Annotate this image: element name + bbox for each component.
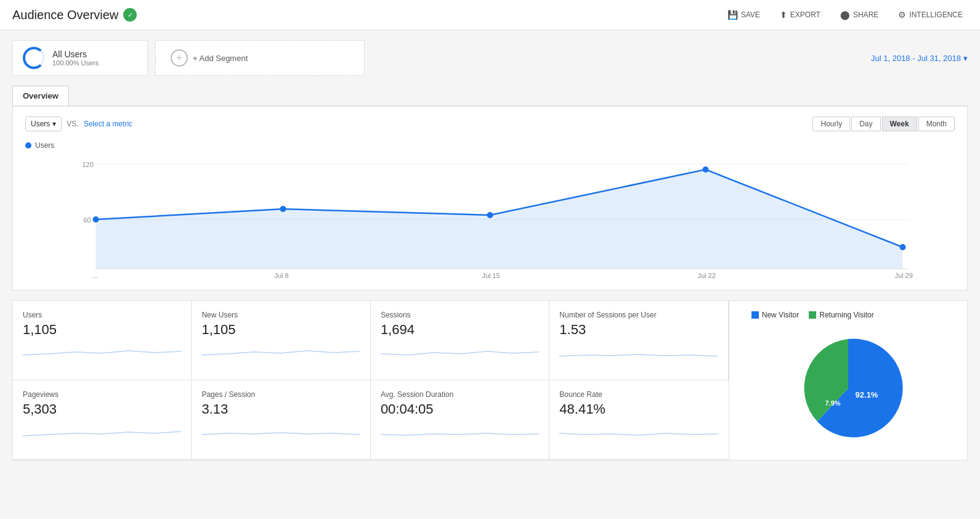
save-label: SAVE (741, 10, 760, 19)
segment-donut-icon (23, 47, 45, 69)
data-point-4 (703, 166, 709, 173)
add-segment-icon: + (171, 49, 188, 67)
chart-area-fill (96, 170, 903, 269)
tab-bar: Overview (12, 86, 968, 107)
segments-bar: All Users 100.00% Users + + Add Segment … (12, 40, 968, 76)
line-chart: 120 60 ... Jul 8 Jul 15 (25, 155, 955, 278)
mini-chart-sessions (381, 343, 539, 361)
legend-new-visitor-label: New Visitor (762, 311, 799, 319)
all-users-segment[interactable]: All Users 100.00% Users (12, 40, 148, 76)
metric-card-users: Users 1,105 (13, 301, 192, 380)
metric-label-pageviews: Pageviews (23, 390, 181, 399)
tab-overview[interactable]: Overview (12, 86, 69, 105)
metric-label-avg-session: Avg. Session Duration (381, 390, 539, 399)
chart-controls: Users ▾ VS. Select a metric Hourly Day W… (25, 116, 955, 131)
metric-card-pageviews: Pageviews 5,303 (13, 380, 192, 460)
mini-chart-bounce-rate (559, 422, 718, 441)
metric-label-users: Users (23, 311, 181, 319)
metric-dropdown-arrow: ▾ (52, 120, 56, 128)
legend-new-visitor-color (751, 311, 759, 319)
export-icon: ⬆ (780, 10, 787, 20)
metric-dropdown-label: Users (31, 120, 50, 128)
chart-legend: Users (25, 141, 955, 150)
time-btn-month[interactable]: Month (918, 116, 955, 131)
time-btn-hourly[interactable]: Hourly (812, 116, 850, 131)
x-label-start: ... (92, 272, 98, 278)
data-point-3 (487, 212, 493, 218)
data-point-2 (280, 206, 286, 212)
save-button[interactable]: 💾 SAVE (723, 7, 765, 22)
legend-new-visitor: New Visitor (751, 311, 799, 319)
segment-sub: 100.00% Users (52, 59, 99, 67)
share-icon: ⬤ (840, 10, 850, 20)
time-buttons: Hourly Day Week Month (812, 116, 955, 131)
share-button[interactable]: ⬤ SHARE (835, 7, 883, 22)
shield-icon: ✓ (123, 8, 137, 22)
chart-expand-icon: ▾ (488, 276, 492, 278)
metric-card-pages-session: Pages / Session 3.13 (192, 380, 370, 460)
legend-returning-visitor-label: Returning Visitor (819, 311, 874, 319)
vs-text: VS. (67, 120, 78, 128)
legend-label-users: Users (35, 141, 54, 150)
metric-dropdown[interactable]: Users ▾ (25, 116, 62, 131)
legend-returning-visitor-color (809, 311, 816, 319)
save-icon: 💾 (727, 10, 738, 20)
date-range-picker[interactable]: Jul 1, 2018 - Jul 31, 2018 ▾ (871, 54, 968, 63)
mini-chart-users (23, 343, 181, 361)
top-bar: Audience Overview ✓ 💾 SAVE ⬆ EXPORT ⬤ SH… (0, 0, 980, 30)
bottom-section: Users 1,105 New Users 1,105 Sessions 1,6… (12, 300, 968, 460)
export-button[interactable]: ⬆ EXPORT (775, 7, 825, 22)
metric-card-sessions-per-user: Number of Sessions per User 1.53 (549, 301, 728, 380)
metric-value-users: 1,105 (23, 322, 181, 338)
chart-controls-left: Users ▾ VS. Select a metric (25, 116, 132, 131)
mini-chart-sessions-per-user (559, 343, 718, 361)
legend-returning-visitor: Returning Visitor (809, 311, 874, 319)
page-title-text: Audience Overview (12, 8, 118, 22)
x-label-jul29: Jul 29 (895, 272, 913, 278)
intelligence-button[interactable]: ⚙ INTELLIGENCE (893, 7, 968, 22)
metric-value-pages-session: 3.13 (201, 401, 360, 417)
pie-chart: 92.1% 7.9% (787, 327, 910, 450)
mini-chart-avg-session (381, 422, 539, 441)
add-segment-button[interactable]: + + Add Segment (155, 40, 365, 76)
add-segment-label: + Add Segment (193, 54, 248, 63)
metric-value-sessions-per-user: 1.53 (559, 322, 718, 338)
select-metric[interactable]: Select a metric (84, 120, 132, 128)
legend-dot-users (25, 142, 31, 149)
metric-card-new-users: New Users 1,105 (192, 301, 370, 380)
chart-svg-container: 120 60 ... Jul 8 Jul 15 (25, 155, 955, 280)
segments-left: All Users 100.00% Users + + Add Segment (12, 40, 365, 76)
y-label-60: 60 (84, 216, 91, 224)
data-point-1 (93, 216, 99, 223)
time-btn-day[interactable]: Day (851, 116, 880, 131)
mini-chart-pages-session (201, 422, 360, 441)
x-label-jul8: Jul 8 (275, 272, 289, 278)
date-range-chevron: ▾ (963, 54, 968, 63)
metrics-grid: Users 1,105 New Users 1,105 Sessions 1,6… (13, 301, 729, 460)
x-label-jul22: Jul 22 (698, 272, 716, 278)
share-label: SHARE (853, 10, 878, 19)
segment-info: All Users 100.00% Users (52, 49, 99, 67)
page-title: Audience Overview ✓ (12, 8, 137, 22)
metric-label-sessions-per-user: Number of Sessions per User (559, 311, 718, 319)
metric-value-new-users: 1,105 (201, 322, 360, 338)
data-point-5 (900, 244, 906, 250)
pie-legend: New Visitor Returning Visitor (739, 311, 874, 319)
pie-label-returning-visitor: 7.9% (825, 399, 840, 407)
top-actions: 💾 SAVE ⬆ EXPORT ⬤ SHARE ⚙ INTELLIGENCE (723, 7, 968, 22)
segment-name: All Users (52, 49, 99, 59)
metric-label-pages-session: Pages / Session (201, 390, 360, 399)
metric-label-bounce-rate: Bounce Rate (559, 390, 718, 399)
intelligence-icon: ⚙ (898, 10, 906, 20)
metric-value-sessions: 1,694 (381, 322, 539, 338)
metric-card-sessions: Sessions 1,694 (371, 301, 549, 380)
mini-chart-pageviews (23, 422, 181, 441)
metric-card-bounce-rate: Bounce Rate 48.41% (549, 380, 728, 460)
time-btn-week[interactable]: Week (882, 116, 917, 131)
metric-label-new-users: New Users (201, 311, 360, 319)
intelligence-label: INTELLIGENCE (909, 10, 963, 19)
metric-value-bounce-rate: 48.41% (559, 401, 718, 417)
date-range-text: Jul 1, 2018 - Jul 31, 2018 (871, 54, 961, 63)
metric-value-pageviews: 5,303 (23, 401, 181, 417)
metric-label-sessions: Sessions (381, 311, 539, 319)
